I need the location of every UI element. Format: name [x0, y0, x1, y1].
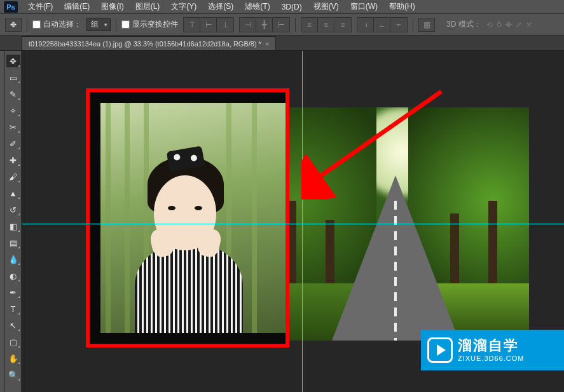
stamp-tool[interactable]: ▲	[6, 187, 20, 199]
slide-3d-icon[interactable]: ⤢	[516, 20, 522, 29]
canvas-area[interactable]: 溜溜自学 ZIXUE.3D66.COM	[22, 51, 564, 392]
flyout-indicator-icon	[18, 379, 20, 381]
healing-brush-tool[interactable]: ✚	[6, 154, 20, 166]
flyout-indicator-icon	[18, 247, 20, 248]
flyout-indicator-icon	[18, 296, 20, 298]
auto-select-type-dropdown[interactable]: 组	[86, 18, 111, 31]
menu-type[interactable]: 文字(Y)	[166, 0, 202, 13]
rectangle-tool[interactable]: ▢	[6, 335, 20, 348]
mode3d-label: 3D 模式：	[446, 19, 481, 30]
auto-align-icon[interactable]: ▦	[418, 18, 435, 32]
move-tool[interactable]: ✥	[6, 55, 20, 67]
eraser-tool[interactable]: ◧	[6, 220, 20, 233]
menu-view[interactable]: 视图(V)	[308, 0, 344, 13]
close-tab-icon[interactable]: ×	[265, 40, 269, 48]
menu-file[interactable]: 文件(F)	[23, 0, 58, 13]
flyout-indicator-icon	[18, 280, 20, 281]
menu-select[interactable]: 选择(S)	[203, 0, 238, 13]
auto-select-checkbox[interactable]: 自动选择：	[32, 19, 81, 30]
show-transform-label: 显示变换控件	[132, 19, 178, 30]
menu-image[interactable]: 图像(I)	[96, 0, 128, 13]
align-right-icon[interactable]: ⊢	[273, 18, 289, 32]
show-transform-checkbox[interactable]: 显示变换控件	[121, 19, 178, 30]
watermark-sub: ZIXUE.3D66.COM	[458, 355, 524, 363]
history-brush-tool[interactable]: ↺	[6, 203, 20, 216]
guide-horizontal[interactable]	[22, 224, 564, 224]
hand-tool[interactable]: ✋	[6, 352, 20, 365]
orbit-3d-icon[interactable]: ⟲	[486, 20, 493, 29]
flyout-indicator-icon	[18, 65, 20, 67]
layer-portrait-image[interactable]	[100, 103, 285, 333]
crop-tool[interactable]: ✂	[6, 121, 20, 133]
dodge-tool[interactable]: ◐	[6, 269, 20, 282]
menu-3d[interactable]: 3D(D)	[277, 1, 307, 13]
figure-body	[135, 245, 243, 333]
dist-bottom-icon[interactable]: ≡	[334, 18, 351, 32]
lasso-tool[interactable]: ✎	[6, 88, 20, 100]
flyout-indicator-icon	[18, 263, 20, 265]
align-left-icon[interactable]: ⊣	[240, 18, 256, 32]
pen-tool[interactable]: ✒	[6, 286, 20, 299]
divider	[116, 18, 116, 32]
flyout-indicator-icon	[18, 197, 20, 199]
distribute-group-1: ≡ ≡ ≡	[301, 17, 352, 32]
align-group-1: ⊤ ⊢ ⊥	[183, 17, 234, 32]
trunk	[488, 201, 497, 296]
pan-3d-icon[interactable]: ✥	[506, 20, 512, 29]
document-tab[interactable]: t0192258ba4333134ea (1).jpg @ 33.3% (t01…	[22, 36, 276, 50]
annotation-selection-box	[86, 88, 289, 348]
flyout-indicator-icon	[18, 230, 20, 232]
guide-vertical[interactable]	[302, 51, 303, 392]
toolbox: ✥▭✎✧✂✐✚🖌▲↺◧▤💧◐✒T↖▢✋🔍	[5, 51, 22, 392]
eyedropper-tool[interactable]: ✐	[6, 137, 20, 150]
menu-edit[interactable]: 编辑(E)	[59, 0, 95, 13]
zoom-tool[interactable]: 🔍	[6, 368, 20, 381]
bamboo	[125, 103, 130, 333]
dist-vcenter-icon[interactable]: ≡	[318, 18, 334, 32]
type-tool[interactable]: T	[6, 302, 20, 315]
flyout-indicator-icon	[18, 164, 20, 166]
scale-3d-icon[interactable]: ⤧	[526, 20, 532, 29]
figure-eye	[195, 206, 202, 210]
align-group-2: ⊣ ╋ ⊢	[239, 17, 290, 32]
divider	[27, 18, 27, 32]
flyout-indicator-icon	[18, 362, 20, 364]
auto-select-type-value: 组	[91, 19, 99, 30]
path-select-tool[interactable]: ↖	[6, 319, 20, 332]
gradient-tool[interactable]: ▤	[6, 236, 20, 249]
align-vcenter-icon[interactable]: ⊢	[200, 18, 217, 32]
collapse-strip[interactable]	[0, 51, 5, 392]
menu-filter[interactable]: 滤镜(T)	[240, 0, 275, 13]
magic-wand-tool[interactable]: ✧	[6, 104, 20, 117]
dist-left-icon[interactable]: ⫞	[357, 18, 374, 32]
document-tab-bar: t0192258ba4333134ea (1).jpg @ 33.3% (t01…	[0, 36, 564, 51]
dist-hcenter-icon[interactable]: ⫠	[374, 18, 390, 32]
align-top-icon[interactable]: ⊤	[184, 18, 200, 32]
roll-3d-icon[interactable]: ⥁	[497, 20, 502, 29]
divider	[295, 18, 296, 32]
show-transform-input[interactable]	[121, 20, 130, 29]
road-line	[394, 201, 397, 341]
menu-window[interactable]: 窗口(W)	[345, 0, 383, 13]
flyout-indicator-icon	[18, 329, 20, 331]
dist-top-icon[interactable]: ≡	[301, 18, 318, 32]
play-icon	[427, 337, 453, 363]
menu-layer[interactable]: 图层(L)	[130, 0, 165, 13]
move-tool-indicator-icon[interactable]: ✥	[5, 18, 22, 32]
workspace: ✥▭✎✧✂✐✚🖌▲↺◧▤💧◐✒T↖▢✋🔍	[0, 51, 564, 392]
flyout-indicator-icon	[18, 114, 20, 116]
align-hcenter-icon[interactable]: ╋	[256, 18, 273, 32]
align-bottom-icon[interactable]: ⊥	[217, 18, 233, 32]
watermark-badge: 溜溜自学 ZIXUE.3D66.COM	[421, 330, 564, 370]
auto-select-input[interactable]	[32, 20, 41, 29]
flyout-indicator-icon	[18, 180, 20, 182]
blur-tool[interactable]: 💧	[6, 253, 20, 266]
flyout-indicator-icon	[18, 147, 20, 149]
menu-bar: Ps 文件(F) 编辑(E) 图像(I) 图层(L) 文字(Y) 选择(S) 滤…	[0, 0, 564, 14]
bamboo	[106, 103, 111, 333]
brush-tool[interactable]: 🖌	[6, 170, 20, 183]
document-tab-title: t0192258ba4333134ea (1).jpg @ 33.3% (t01…	[29, 40, 261, 48]
marquee-tool[interactable]: ▭	[6, 71, 20, 84]
menu-help[interactable]: 帮助(H)	[384, 0, 420, 13]
dist-right-icon[interactable]: ⫟	[390, 18, 407, 32]
